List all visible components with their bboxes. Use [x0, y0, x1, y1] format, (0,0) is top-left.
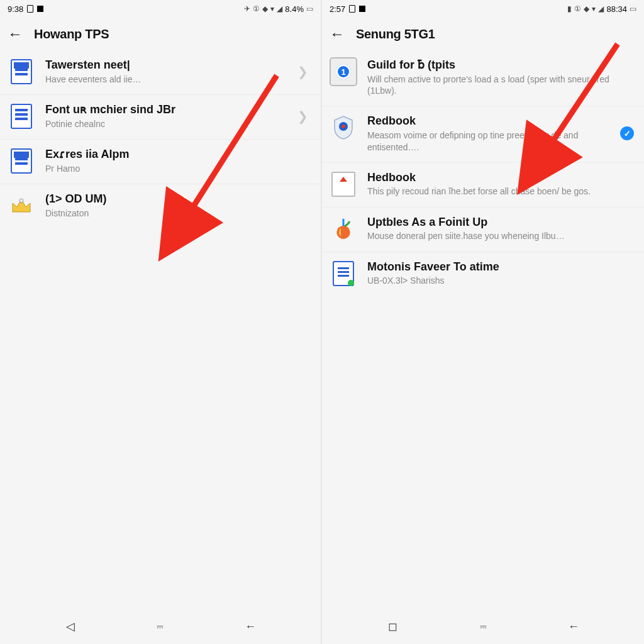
- item-subtitle: Potinie chealnc: [45, 118, 287, 130]
- signal-icon: ◢: [598, 4, 604, 13]
- item-subtitle: Have eeventers ald iie…: [45, 74, 287, 86]
- notif-icon: [349, 5, 355, 13]
- phone-left: 9:38 ✈ ① ◆ ▾ ◢ 8.4% ▭ ← Howanp TPS Taw: [0, 0, 322, 644]
- list-item[interactable]: Redbook Measom voime or defipning op tin…: [322, 106, 644, 162]
- send-icon: ✈: [244, 4, 250, 13]
- item-subtitle: This pily recoud rian îhe.bet forse all …: [367, 186, 634, 197]
- list-item[interactable]: Exɾres iіa Alpm Pr Hamo: [0, 140, 321, 184]
- item-title: Tawersten neet|: [45, 58, 287, 72]
- status-battery: 8.4%: [285, 4, 304, 14]
- notif-square-icon: [37, 6, 43, 12]
- doc-icon: [11, 59, 32, 84]
- shield-icon: [332, 115, 355, 140]
- phone-right: 2:57 ▮ ① ◆ ▾ ◢ 88:34 ▭ ← Senung 5TG1 1: [322, 0, 644, 644]
- wifi-icon: ◆: [584, 4, 589, 13]
- crown-icon: [10, 196, 33, 216]
- send-icon: ▮: [567, 4, 572, 13]
- back-button[interactable]: ←: [8, 25, 23, 43]
- chevron-right-icon: ❯: [297, 109, 311, 124]
- item-title: Guild for ƀ (tpits: [367, 58, 634, 72]
- nav-back-button[interactable]: ◁: [58, 619, 83, 633]
- item-title: Hedbook: [367, 170, 634, 185]
- item-subtitle: Will chem active to prorte's load a s lo…: [367, 74, 634, 97]
- list-item[interactable]: (1> OD UM) Distnizaton: [0, 184, 321, 228]
- clock-icon: ①: [574, 4, 581, 13]
- status-time: 2:57: [330, 4, 345, 14]
- fruit-icon: [332, 218, 355, 240]
- item-subtitle: Pr Hamo: [45, 163, 311, 175]
- wifi-icon: ◆: [262, 4, 268, 13]
- svg-point-3: [341, 125, 345, 128]
- page-title: Senung 5TG1: [356, 27, 435, 42]
- doc-icon: [11, 104, 32, 129]
- item-subtitle: UB-0X.3l> Sharishs: [367, 275, 634, 287]
- status-battery: 88:34: [606, 4, 627, 14]
- item-title: Uptbles As a Foіnit Up: [367, 215, 634, 230]
- settings-list-left: Tawersten neet| Have eeventers ald iie… …: [0, 50, 321, 609]
- nav-recent-button[interactable]: ←: [238, 620, 263, 633]
- wifi2-icon: ▾: [592, 4, 596, 13]
- badge-icon: 1: [330, 57, 357, 86]
- item-subtitle: Mouse doneral pen siite.hase you whenein…: [367, 230, 634, 242]
- svg-point-0: [19, 199, 23, 203]
- navbar-left: ◁ ⎓ ←: [0, 609, 321, 644]
- note-icon: [333, 261, 354, 286]
- item-title: (1> OD UM): [45, 192, 311, 206]
- item-title: Redbook: [367, 114, 610, 128]
- clock-icon: ①: [253, 4, 260, 13]
- back-button[interactable]: ←: [330, 25, 345, 43]
- check-icon: ✓: [620, 126, 634, 140]
- page-title: Howanp TPS: [34, 27, 109, 42]
- battery-icon: ▭: [630, 4, 636, 13]
- item-subtitle: Measom voime or defipning op tine preent…: [367, 130, 610, 153]
- wifi2-icon: ▾: [270, 4, 274, 13]
- book-up-icon: [331, 172, 355, 197]
- list-item[interactable]: Motonis Faveer To atime UB-0X.3l> Sharis…: [322, 252, 644, 296]
- item-title: Exɾres iіa Alpm: [45, 147, 311, 162]
- signal-icon: ◢: [277, 4, 282, 13]
- item-subtitle: Distnizaton: [45, 208, 311, 219]
- chevron-right-icon: ❯: [297, 64, 311, 79]
- list-item[interactable]: 1 Guild for ƀ (tpits Will chem active to…: [322, 50, 644, 106]
- header-left: ← Howanp TPS: [0, 18, 321, 50]
- nav-home-button[interactable]: ⎓: [148, 620, 173, 633]
- item-title: Font uʀ mchier sind JBr: [45, 103, 287, 117]
- navbar-right: ◻ ⎓ ←: [322, 609, 644, 644]
- item-title: Motonis Faveer To atime: [367, 260, 634, 274]
- list-item[interactable]: Tawersten neet| Have eeventers ald iie… …: [0, 50, 321, 95]
- statusbar-left: 9:38 ✈ ① ◆ ▾ ◢ 8.4% ▭: [0, 0, 321, 18]
- battery-icon: ▭: [306, 4, 313, 13]
- nav-home-button[interactable]: ⎓: [470, 620, 496, 633]
- settings-list-right: 1 Guild for ƀ (tpits Will chem active to…: [322, 50, 644, 609]
- list-item[interactable]: Font uʀ mchier sind JBr Potinie chealnc …: [0, 95, 321, 140]
- notif-icon: [27, 5, 33, 13]
- header-right: ← Senung 5TG1: [322, 18, 644, 50]
- status-time: 9:38: [8, 4, 23, 14]
- statusbar-right: 2:57 ▮ ① ◆ ▾ ◢ 88:34 ▭: [322, 0, 644, 18]
- list-item[interactable]: Hedbook This pily recoud rian îhe.bet fo…: [322, 163, 644, 208]
- notif-square-icon: [359, 6, 365, 12]
- list-item[interactable]: Uptbles As a Foіnit Up Mouse doneral pen…: [322, 208, 644, 252]
- nav-back-button[interactable]: ◻: [380, 619, 405, 633]
- doc-icon: [11, 148, 32, 174]
- nav-recent-button[interactable]: ←: [561, 620, 586, 633]
